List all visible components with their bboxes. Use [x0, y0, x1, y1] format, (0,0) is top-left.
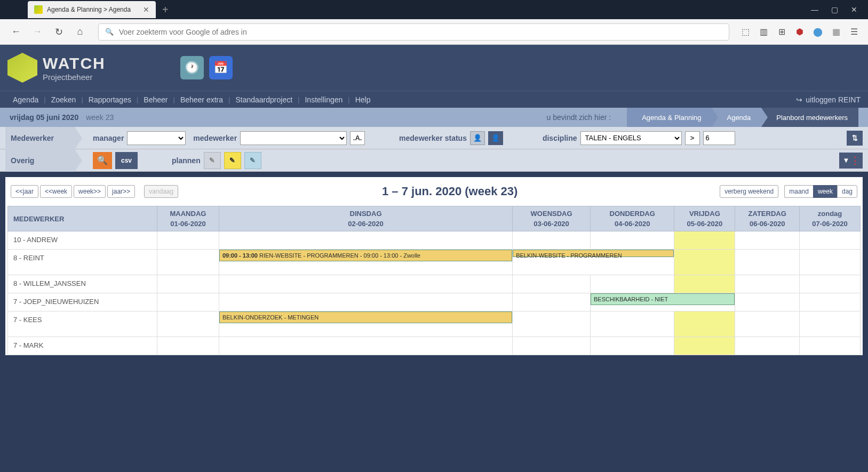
nav-standaardproject[interactable]: Standaardproject [230, 95, 298, 104]
planning-table: MEDEWERKER MAANDAG01-06-2020 DINSDAG02-0… [7, 206, 861, 355]
filter-button[interactable]: ▼ ⋮ [839, 153, 863, 169]
date-range-title: 1 – 7 jun. 2020 (week 23) [382, 185, 517, 198]
forward-button[interactable]: → [30, 25, 45, 39]
url-input[interactable] [119, 28, 722, 36]
reader-icon[interactable]: ▥ [758, 27, 769, 37]
maximize-icon[interactable]: ▢ [831, 5, 838, 14]
nav-rapportages[interactable]: Rapportages [83, 95, 137, 104]
close-tab-icon[interactable]: ✕ [143, 5, 149, 14]
logo-icon [7, 53, 37, 83]
browser-tab[interactable]: Agenda & Planning > Agenda ✕ [28, 1, 156, 18]
nav-beheer[interactable]: Beheer [138, 95, 173, 104]
close-window-icon[interactable]: ✕ [851, 5, 857, 14]
tab-title: Agenda & Planning > Agenda [47, 6, 131, 13]
discipline-select[interactable]: TALEN - ENGELS [580, 131, 682, 145]
view-maand-button[interactable]: maand [784, 185, 813, 198]
plannen-btn-3[interactable]: ✎ [244, 152, 261, 169]
app-header: WATCH Projectbeheer 🕐 📅 [0, 45, 868, 91]
nav-help[interactable]: Help [350, 95, 376, 104]
col-header-woensdag: WOENSDAG03-06-2020 [513, 206, 591, 231]
table-row: 7 - JOEP_NIEUWEHUIZEN BESCHIKBAARHEID - … [8, 293, 861, 311]
next-year-button[interactable]: jaar>> [107, 185, 135, 198]
url-bar[interactable]: 🔍 [98, 23, 729, 41]
discipline-label: discipline [543, 134, 577, 142]
mw-cell[interactable]: 7 - KEES [8, 311, 157, 337]
browser-toolbar: ← → ↻ ⌂ 🔍 ⬚ ▥ ⊞ ⬢ ⬤ ▦ ☰ [0, 19, 868, 45]
back-button[interactable]: ← [9, 25, 23, 39]
date-nav: <<jaar <<week week>> jaar>> vandaag 1 – … [7, 185, 861, 206]
mw-cell[interactable]: 8 - WILLEM_JANSSEN [8, 275, 157, 293]
plannen-btn-2[interactable]: ✎ [224, 152, 241, 169]
plannen-btn-1[interactable]: ✎ [204, 152, 221, 169]
breadcrumb-bar: vrijdag 05 juni 2020 week 23 u bevindt z… [0, 108, 868, 127]
sort-button[interactable]: ⇅ [847, 131, 863, 146]
new-tab-button[interactable]: + [162, 4, 169, 16]
minimize-icon[interactable]: — [811, 5, 818, 14]
nav-agenda[interactable]: Agenda [7, 95, 44, 104]
col-header-maandag: MAANDAG01-06-2020 [157, 206, 219, 231]
ext-grey-icon[interactable]: ▦ [831, 27, 841, 37]
medewerker-label: medewerker [193, 134, 237, 142]
view-week-button[interactable]: week [813, 185, 837, 198]
window-controls: — ▢ ✕ [811, 5, 868, 14]
manager-select[interactable] [127, 131, 186, 145]
extension-icons: ⬚ ▥ ⊞ ⬢ ⬤ ▦ ☰ [740, 27, 859, 37]
table-row: 10 - ANDREW [8, 231, 861, 250]
event-joep-beschikbaarheid[interactable]: BESCHIKBAARHEID - NIET [591, 293, 735, 305]
status-active-button[interactable]: 👤 [488, 131, 503, 145]
table-row: 7 - KEES BELKIN-ONDERZOEK - METINGEN [8, 311, 861, 337]
crumb-planbord[interactable]: Planbord medewerkers [761, 108, 858, 127]
col-header-zaterdag: ZATERDAG06-06-2020 [735, 206, 800, 231]
funnel-icon: ▼ [843, 156, 850, 164]
mw-cell[interactable]: 7 - JOEP_NIEUWEHUIZEN [8, 293, 157, 311]
ghost-icon[interactable]: ⬤ [813, 27, 823, 37]
reload-button[interactable]: ↻ [51, 25, 66, 39]
library-icon[interactable]: ⬚ [740, 27, 751, 37]
event-kees-dinsdag[interactable]: BELKIN-ONDERZOEK - METINGEN [219, 311, 512, 323]
count-input[interactable] [703, 131, 735, 145]
col-header-dinsdag: DINSDAG02-06-2020 [219, 206, 512, 231]
medewerker-select[interactable] [240, 131, 347, 145]
plannen-label: plannen [172, 156, 201, 165]
status-inactive-button[interactable]: 👤 [470, 131, 485, 145]
home-button[interactable]: ⌂ [73, 25, 87, 39]
col-header-medewerker: MEDEWERKER [8, 206, 157, 231]
nav-instellingen[interactable]: Instellingen [299, 95, 348, 104]
search-button[interactable]: 🔍 [93, 152, 112, 169]
next-week-button[interactable]: week>> [74, 185, 106, 198]
mw-cell[interactable]: 10 - ANDREW [8, 231, 157, 250]
view-dag-button[interactable]: dag [837, 185, 857, 198]
event-reint-dinsdag[interactable]: 09:00 - 13:00 RIEN-WEBSITE - PROGRAMMERE… [219, 250, 512, 261]
search-icon: 🔍 [105, 28, 114, 36]
aa-button[interactable]: .A. [350, 131, 365, 145]
filter-bar-overig: Overig 🔍 csv plannen ✎ ✎ ✎ ▼ ⋮ [0, 149, 868, 172]
nav-beheer-extra[interactable]: Beheer extra [175, 95, 228, 104]
mw-cell[interactable]: 8 - REINT [8, 250, 157, 275]
prev-week-button[interactable]: <<week [40, 185, 72, 198]
qr-icon[interactable]: ⊞ [776, 27, 787, 37]
calendar-icon[interactable]: 📅 [209, 56, 233, 79]
crumb-agenda-planning[interactable]: Agenda & Planning [627, 108, 712, 127]
logout-button[interactable]: ↪ uitloggen REINT [796, 95, 861, 104]
favicon-icon [34, 5, 43, 14]
breadcrumb-date: vrijdag 05 juni 2020 [10, 113, 78, 122]
event-reint-woensdag[interactable]: BELKIN-WEBSITE - PROGRAMMEREN [513, 250, 674, 257]
hide-weekend-button[interactable]: verberg weekend [720, 185, 778, 198]
crumb-agenda[interactable]: Agenda [712, 108, 761, 127]
ublock-icon[interactable]: ⬢ [794, 27, 805, 37]
content-area: <<jaar <<week week>> jaar>> vandaag 1 – … [5, 177, 863, 355]
filter-bar-medewerker: Medewerker manager medewerker .A. medewe… [0, 127, 868, 149]
menu-icon[interactable]: ☰ [849, 27, 859, 37]
prev-year-button[interactable]: <<jaar [11, 185, 38, 198]
table-row: 7 - MARK [8, 337, 861, 355]
filter-dots-icon: ⋮ [850, 155, 859, 166]
status-label: medewerker status [399, 134, 467, 142]
col-header-donderdag: DONDERDAG04-06-2020 [590, 206, 674, 231]
col-header-vrijdag: VRIJDAG05-06-2020 [674, 206, 735, 231]
csv-button[interactable]: csv [115, 152, 138, 169]
clock-icon[interactable]: 🕐 [180, 56, 204, 79]
gt-button[interactable]: > [685, 131, 700, 145]
mw-cell[interactable]: 7 - MARK [8, 337, 157, 355]
today-button[interactable]: vandaag [144, 185, 178, 198]
nav-zoeken[interactable]: Zoeken [46, 95, 82, 104]
